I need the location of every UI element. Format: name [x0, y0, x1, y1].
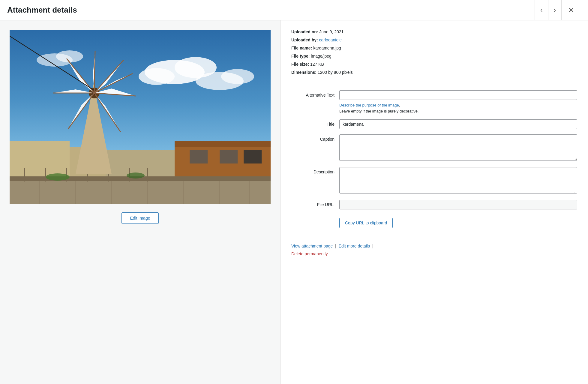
svg-point-7 [56, 50, 83, 62]
edit-image-label: Edit Image [130, 216, 150, 220]
file-url-label: File URL: [291, 200, 339, 207]
file-url-input[interactable] [339, 200, 577, 209]
main-footer-links: View attachment page | Edit more details… [291, 244, 577, 248]
next-icon: › [554, 6, 556, 14]
alt-text-label: Alternative Text [291, 90, 339, 98]
description-field [339, 167, 577, 194]
view-attachment-link[interactable]: View attachment page [291, 244, 333, 248]
title-label: Title [291, 119, 339, 127]
details-panel: Uploaded on: June 9, 2021 Uploaded by: c… [280, 20, 588, 384]
alt-text-row: Alternative Text Describe the purpose of… [291, 90, 577, 114]
next-button[interactable]: › [548, 0, 561, 20]
uploaded-by: Uploaded by: carlodaniele [291, 37, 577, 43]
header-nav: ‹ › ✕ [535, 0, 581, 20]
title-field [339, 119, 577, 129]
caption-label: Caption [291, 134, 339, 142]
svg-rect-10 [175, 141, 271, 147]
description-input[interactable] [339, 167, 577, 194]
attachment-image [10, 30, 271, 204]
pipe-separator-2: | [372, 244, 374, 248]
svg-point-60 [46, 173, 70, 181]
file-size: File size: 127 KB [291, 61, 577, 68]
title-input[interactable] [339, 119, 577, 129]
alt-text-field: Describe the purpose of the image. Leave… [339, 90, 577, 114]
footer-links: View attachment page | Edit more details… [291, 238, 577, 256]
prev-icon: ‹ [540, 6, 542, 14]
delete-link-row: Delete permanently [291, 251, 577, 256]
separator [291, 83, 577, 83]
svg-point-61 [127, 172, 145, 178]
alt-text-hint: Describe the purpose of the image. Leave… [339, 102, 577, 114]
modal-body: Edit Image Uploaded on: June 9, 2021 Upl… [0, 20, 588, 384]
modal-title: Attachment details [7, 5, 77, 15]
alt-text-hint-text: Leave empty if the image is purely decor… [339, 109, 418, 113]
file-url-row: File URL: [291, 200, 577, 209]
dimensions: Dimensions: 1200 by 800 pixels [291, 69, 577, 76]
alt-text-hint-link[interactable]: Describe the purpose of the image [339, 103, 399, 107]
caption-field [339, 134, 577, 162]
description-label: Description [291, 167, 339, 174]
title-row: Title [291, 119, 577, 129]
modal-header: Attachment details ‹ › ✕ [0, 0, 588, 20]
description-row: Description [291, 167, 577, 194]
file-url-field [339, 200, 577, 209]
close-icon: ✕ [568, 6, 574, 14]
delete-permanently-link[interactable]: Delete permanently [291, 251, 328, 256]
pipe-separator: | [335, 244, 336, 248]
caption-row: Caption [291, 134, 577, 162]
copy-url-row: Copy URL to clipboard [291, 215, 577, 228]
svg-rect-13 [244, 150, 262, 164]
file-name: File name: kardamena.jpg [291, 45, 577, 51]
image-panel: Edit Image [0, 20, 280, 384]
uploaded-by-link[interactable]: carlodaniele [319, 38, 342, 42]
image-container [10, 30, 271, 204]
svg-point-3 [139, 68, 175, 85]
edit-more-link[interactable]: Edit more details [339, 244, 370, 248]
uploaded-on: Uploaded on: June 9, 2021 [291, 29, 577, 35]
file-info: Uploaded on: June 9, 2021 Uploaded by: c… [291, 29, 577, 76]
caption-input[interactable] [339, 134, 577, 161]
prev-button[interactable]: ‹ [535, 0, 548, 20]
svg-rect-11 [190, 150, 208, 164]
alt-text-input[interactable] [339, 90, 577, 100]
edit-image-button[interactable]: Edit Image [122, 212, 159, 224]
file-type: File type: image/jpeg [291, 53, 577, 59]
close-button[interactable]: ✕ [561, 0, 581, 20]
copy-url-button[interactable]: Copy URL to clipboard [339, 218, 393, 228]
svg-point-5 [221, 69, 254, 84]
svg-rect-12 [220, 150, 238, 164]
attachment-details-modal: Attachment details ‹ › ✕ [0, 0, 588, 384]
